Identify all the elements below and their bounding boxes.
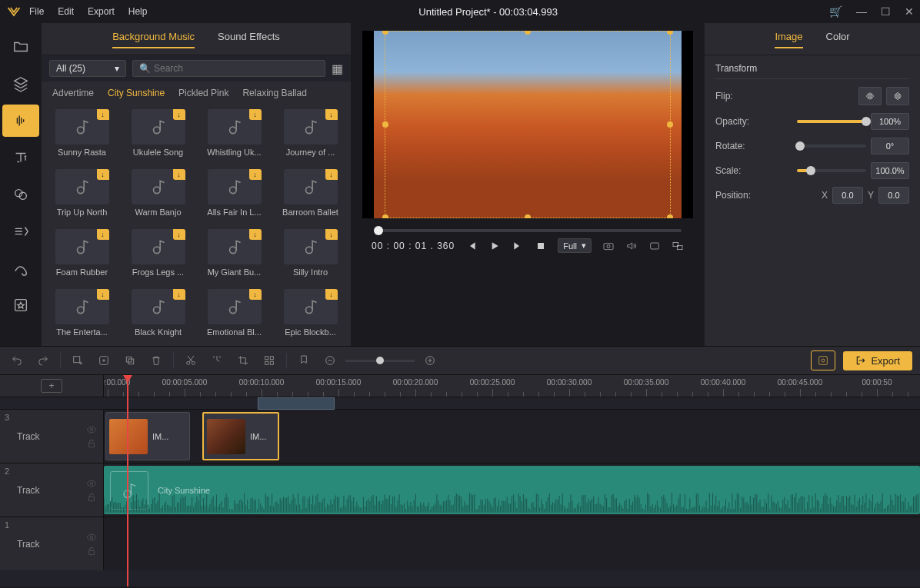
asset-item[interactable]: ↓ My Giant Bu... [202, 229, 267, 281]
grid-view-toggle[interactable]: ▦ [332, 61, 343, 76]
cart-icon[interactable]: 🛒 [829, 5, 842, 18]
snapshot-button[interactable] [602, 240, 615, 252]
download-icon[interactable]: ↓ [173, 169, 185, 180]
zoom-out-button[interactable] [321, 351, 339, 370]
asset-item[interactable]: ↓ Warm Banjo [125, 169, 191, 221]
video-clip-1[interactable]: IM... [105, 412, 190, 460]
download-icon[interactable]: ↓ [325, 229, 338, 240]
sidebar-elements[interactable] [2, 289, 39, 321]
track-head-2[interactable]: 2 Track [0, 463, 104, 517]
asset-item[interactable]: ↓ Frogs Legs ... [125, 229, 191, 281]
asset-item[interactable]: ↓ The Enterta... [49, 289, 115, 341]
aspect-button[interactable] [648, 240, 661, 252]
zoom-in-button[interactable] [421, 351, 439, 370]
track-lane-2[interactable]: City Sunshine [104, 463, 920, 517]
asset-thumb[interactable]: ↓ [55, 289, 109, 324]
download-icon[interactable]: ↓ [97, 109, 109, 120]
tab-sound-effects[interactable]: Sound Effects [218, 31, 280, 48]
sidebar-overlays[interactable] [2, 178, 39, 211]
lock-icon[interactable] [86, 438, 97, 449]
asset-item[interactable]: ↓ Foam Rubber [49, 229, 115, 281]
download-icon[interactable]: ↓ [249, 169, 262, 180]
marker-button[interactable] [295, 351, 313, 370]
asset-item[interactable]: ↓ Black Knight [125, 289, 191, 341]
visibility-icon[interactable] [86, 478, 97, 489]
close-button[interactable]: ✕ [905, 5, 914, 18]
tab-color[interactable]: Color [826, 31, 850, 48]
sidebar-media[interactable] [2, 31, 39, 63]
asset-thumb[interactable]: ↓ [284, 289, 338, 324]
sidebar-text[interactable] [2, 141, 39, 174]
asset-thumb[interactable]: ↓ [208, 229, 262, 264]
play-button[interactable] [488, 240, 501, 252]
cat-advertime[interactable]: Advertime [52, 88, 94, 98]
minimize-button[interactable]: — [856, 5, 867, 18]
asset-thumb[interactable]: ↓ [132, 109, 185, 145]
asset-thumb[interactable]: ↓ [208, 169, 262, 204]
library-search[interactable]: 🔍 [132, 60, 325, 77]
undo-button[interactable] [8, 351, 26, 370]
asset-item[interactable]: ↓ Alls Fair In L... [202, 169, 267, 221]
delete-button[interactable] [147, 351, 165, 370]
asset-item[interactable]: ↓ Trip Up North [49, 169, 115, 221]
cat-city-sunshine[interactable]: City Sunshine [108, 88, 165, 98]
download-icon[interactable]: ↓ [249, 289, 262, 300]
video-clip-2[interactable]: IM... [202, 412, 279, 460]
prev-frame-button[interactable] [465, 240, 478, 252]
asset-thumb[interactable]: ↓ [55, 169, 109, 204]
next-frame-button[interactable] [512, 240, 524, 252]
cut-button[interactable] [182, 351, 200, 370]
asset-item[interactable]: ↓ Sunny Rasta [49, 109, 115, 161]
flip-horizontal-button[interactable] [858, 87, 882, 105]
scale-value[interactable]: 100.0% [871, 162, 909, 179]
sidebar-transitions[interactable] [2, 215, 39, 247]
opacity-value[interactable]: 100% [871, 113, 909, 130]
asset-thumb[interactable]: ↓ [55, 109, 109, 145]
preview-canvas[interactable] [362, 31, 693, 218]
track-head-1[interactable]: 1 Track [0, 517, 104, 570]
track-lane-1[interactable] [104, 517, 920, 570]
scale-slider[interactable] [797, 169, 866, 172]
asset-item[interactable]: ↓ Ukulele Song [125, 109, 191, 161]
add-media-button[interactable] [68, 351, 87, 370]
rotate-value[interactable]: 0° [871, 138, 909, 154]
speed-button[interactable] [208, 351, 226, 370]
download-icon[interactable]: ↓ [249, 109, 262, 120]
asset-item[interactable]: ↓ Journey of ... [278, 109, 343, 161]
lock-icon[interactable] [86, 492, 97, 503]
mosaic-button[interactable] [260, 351, 278, 370]
asset-thumb[interactable]: ↓ [284, 229, 338, 264]
asset-item[interactable]: ↓ Emotional Bl... [202, 289, 267, 341]
asset-thumb[interactable]: ↓ [208, 109, 262, 145]
asset-thumb[interactable]: ↓ [284, 109, 338, 145]
download-icon[interactable]: ↓ [173, 289, 185, 300]
menu-file[interactable]: File [29, 6, 44, 17]
download-icon[interactable]: ↓ [97, 169, 109, 180]
asset-thumb[interactable]: ↓ [132, 229, 185, 264]
cat-relaxing-ballad[interactable]: Relaxing Ballad [242, 88, 306, 98]
sidebar-layers[interactable] [2, 68, 39, 100]
download-icon[interactable]: ↓ [325, 169, 338, 180]
download-icon[interactable]: ↓ [173, 229, 185, 240]
preview-size-select[interactable]: Full ▾ [558, 238, 592, 253]
export-button[interactable]: Export [843, 351, 912, 370]
track-lane-3[interactable]: IM... IM... [104, 410, 920, 463]
preview-scrubber[interactable] [374, 229, 682, 232]
cat-pickled-pink[interactable]: Pickled Pink [178, 88, 228, 98]
asset-item[interactable]: ↓ Silly Intro [278, 229, 343, 281]
thumb-clip[interactable] [258, 397, 335, 410]
download-icon[interactable]: ↓ [249, 229, 262, 240]
maximize-button[interactable]: ☐ [881, 5, 891, 18]
lock-icon[interactable] [86, 546, 97, 556]
crop-button[interactable] [234, 351, 252, 370]
opacity-slider[interactable] [797, 120, 866, 123]
stop-button[interactable] [535, 240, 547, 252]
tab-background-music[interactable]: Background Music [112, 31, 195, 48]
visibility-icon[interactable] [86, 532, 97, 543]
add-track-button[interactable]: + [41, 379, 62, 393]
download-icon[interactable]: ↓ [325, 109, 338, 120]
menu-edit[interactable]: Edit [58, 6, 74, 17]
asset-thumb[interactable]: ↓ [284, 169, 338, 204]
copy-button[interactable] [121, 351, 139, 370]
asset-item[interactable]: ↓ Epic Blockb... [278, 289, 343, 341]
